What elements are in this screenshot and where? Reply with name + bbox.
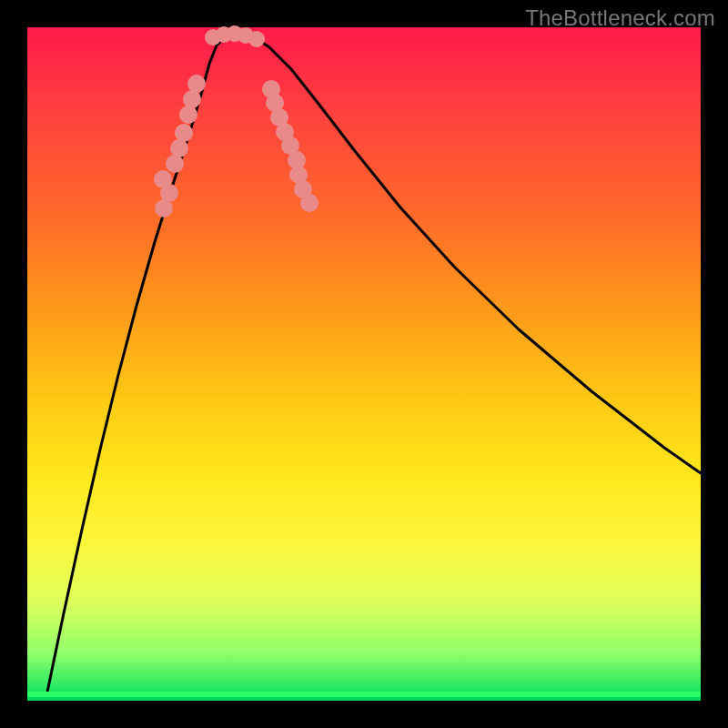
left-limb-dots [170, 139, 188, 157]
trough-dots [248, 31, 265, 47]
curve-layer [27, 27, 701, 701]
chart-frame: TheBottleneck.com [0, 0, 728, 728]
left-limb-dots [187, 75, 206, 93]
watermark-text: TheBottleneck.com [525, 5, 715, 31]
left-limb-dots [183, 90, 201, 108]
left-limb-dots [155, 199, 173, 217]
plot-area [27, 27, 701, 701]
bottleneck-curve [46, 33, 701, 701]
left-limb-dots [175, 124, 193, 142]
right-limb-dots [300, 194, 318, 212]
left-limb-dots [179, 106, 197, 124]
left-limb-dots [154, 170, 172, 188]
left-limb-dots [166, 155, 184, 173]
